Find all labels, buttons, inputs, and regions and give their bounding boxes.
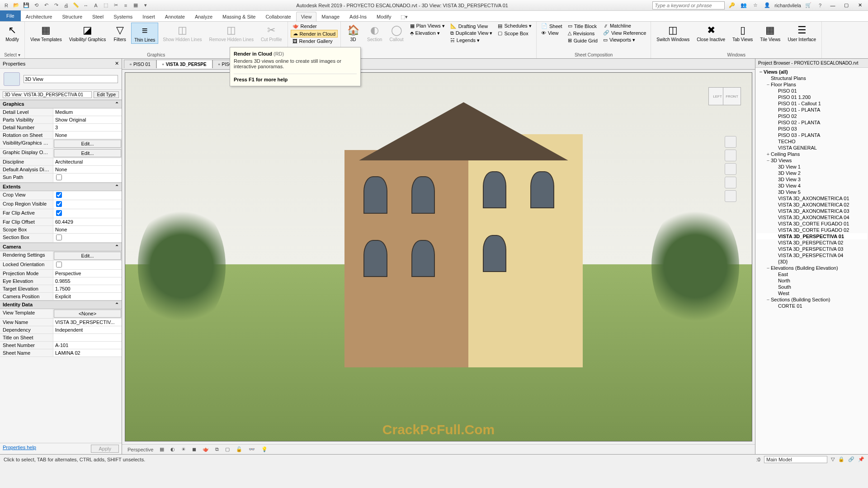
infocenter-icon[interactable]: 🔑: [727, 1, 736, 10]
legends-button[interactable]: ☵Legends ▾: [448, 37, 495, 44]
tree-node[interactable]: VISTA 3D_AXONOMETRICA 01: [756, 195, 867, 202]
save-icon[interactable]: 💾: [22, 1, 31, 10]
3d-view-button[interactable]: 🏠3D: [344, 23, 363, 43]
tree-node[interactable]: VISTA 3D_CORTE FUGADO 01: [756, 221, 867, 227]
tree-node[interactable]: VISTA GENERAL: [756, 145, 867, 151]
tab-analyze[interactable]: Analyze: [190, 12, 217, 21]
scale-control[interactable]: Perspective: [126, 447, 155, 452]
elevation-button[interactable]: ⬘Elevation ▾: [408, 30, 447, 37]
tab-architecture[interactable]: Architecture: [21, 12, 57, 21]
tree-node[interactable]: −3D Views: [756, 157, 867, 164]
select-pinned-icon[interactable]: 📌: [858, 456, 864, 462]
duplicate-view-button[interactable]: ⧉Duplicate View ▾: [448, 30, 495, 37]
guide-grid-button[interactable]: ⊞Guide Grid: [566, 37, 599, 44]
3d-icon[interactable]: ⬚: [101, 1, 110, 10]
remove-hidden-button[interactable]: ◫Remove Hidden Lines: [207, 23, 256, 43]
measure-icon[interactable]: 📏: [71, 1, 80, 10]
tree-node[interactable]: −Floor Plans: [756, 81, 867, 88]
view-templates-button[interactable]: ▦View Templates: [28, 23, 65, 43]
property-value[interactable]: [53, 234, 122, 242]
close-inactive-button[interactable]: ✖Close Inactive: [694, 23, 728, 43]
tree-node[interactable]: −Sections (Building Section): [756, 296, 867, 303]
open-icon[interactable]: 📂: [12, 1, 21, 10]
property-value[interactable]: Architectural: [53, 158, 122, 165]
type-selector[interactable]: 3D View: [0, 69, 122, 90]
tree-node[interactable]: {3D}: [756, 258, 867, 265]
tree-node[interactable]: TECHO: [756, 138, 867, 145]
crop-icon[interactable]: ⧉: [213, 446, 221, 452]
tree-node[interactable]: 3D View 2: [756, 170, 867, 176]
file-tab[interactable]: File: [0, 10, 21, 21]
close-properties-icon[interactable]: ✕: [115, 61, 119, 66]
help-icon[interactable]: ?: [816, 1, 825, 10]
tab-manage[interactable]: Manage: [316, 12, 344, 21]
minimize-button[interactable]: —: [827, 1, 838, 10]
visibility-graphics-button[interactable]: ◪Visibility/ Graphics: [66, 23, 109, 43]
tab-systems[interactable]: Systems: [108, 12, 137, 21]
property-value[interactable]: Show Original: [53, 116, 122, 123]
select-links-icon[interactable]: 🔗: [848, 456, 854, 462]
modify-button[interactable]: ↖ Modify: [3, 23, 22, 43]
viewports-button[interactable]: ▭Viewports ▾: [601, 37, 648, 43]
switch-icon[interactable]: ▾: [141, 1, 150, 10]
tree-node[interactable]: East: [756, 271, 867, 277]
property-checkbox[interactable]: [56, 192, 62, 198]
tab-modify[interactable]: Modify: [372, 12, 396, 21]
property-value[interactable]: Edit...: [54, 252, 121, 260]
type-dropdown[interactable]: 3D View: [24, 75, 118, 83]
tile-views-button[interactable]: ▦Tile Views: [757, 23, 783, 43]
property-value[interactable]: 3: [53, 124, 122, 131]
tab-annotate[interactable]: Annotate: [160, 12, 190, 21]
tree-node[interactable]: VISTA 3D_AXONOMETRICA 02: [756, 202, 867, 208]
property-value[interactable]: Edit...: [54, 140, 121, 148]
tree-node[interactable]: VISTA 3D_CORTE FUGADO 02: [756, 227, 867, 233]
property-value[interactable]: [53, 261, 122, 269]
tree-expander[interactable]: −: [765, 82, 771, 87]
viewcube[interactable]: LEFT FRONT: [707, 82, 743, 109]
property-value[interactable]: Medium: [53, 108, 122, 116]
property-value[interactable]: Perspective: [53, 270, 122, 277]
tree-node[interactable]: VISTA 3D_PERSPECTIVA 02: [756, 239, 867, 246]
cut-profile-button[interactable]: ✂Cut Profile: [258, 23, 285, 43]
sunpath-icon[interactable]: ☀: [179, 446, 188, 452]
tree-node[interactable]: 3D View 4: [756, 183, 867, 189]
tree-node[interactable]: North: [756, 277, 867, 284]
tree-node[interactable]: +Ceiling Plans: [756, 151, 867, 157]
tree-node[interactable]: −Views (all): [756, 69, 867, 75]
property-value[interactable]: None: [53, 166, 122, 173]
tab-view[interactable]: View: [296, 12, 317, 21]
tab-massing-site[interactable]: Massing & Site: [217, 12, 260, 21]
property-value[interactable]: 1.7500: [53, 285, 122, 292]
property-value[interactable]: 60.4429: [53, 218, 122, 225]
tree-expander[interactable]: +: [765, 151, 771, 157]
nav-pan-icon[interactable]: [725, 163, 736, 175]
nav-orbit-icon[interactable]: [725, 190, 736, 202]
render-button[interactable]: 🫖Render: [291, 23, 338, 29]
apply-button[interactable]: Apply: [91, 445, 119, 453]
nav-home-icon[interactable]: [725, 136, 736, 148]
signin-icon[interactable]: 👤: [763, 1, 772, 10]
tree-expander[interactable]: −: [765, 297, 771, 302]
property-value[interactable]: None: [53, 131, 122, 139]
property-value[interactable]: None: [53, 226, 122, 233]
revisions-button[interactable]: △Revisions: [566, 30, 599, 37]
tree-node[interactable]: VISTA 3D_PERSPECTIVA 03: [756, 246, 867, 252]
property-value[interactable]: [53, 200, 122, 209]
property-value[interactable]: A-101: [53, 342, 122, 349]
redo-icon[interactable]: ↷: [52, 1, 61, 10]
filters-button[interactable]: ▽Filters: [110, 23, 129, 43]
tree-node[interactable]: PISO 01 - PLANTA: [756, 107, 867, 113]
tree-expander[interactable]: −: [765, 265, 771, 271]
tree-expander[interactable]: −: [765, 158, 771, 163]
maximize-button[interactable]: ▢: [841, 1, 852, 10]
property-checkbox[interactable]: [56, 174, 62, 180]
3d-viewport[interactable]: LEFT FRONT CrackPcFull.Com: [125, 72, 752, 441]
switch-windows-button[interactable]: ◫Switch Windows: [654, 23, 692, 43]
detail-level-icon[interactable]: ▦: [158, 446, 166, 452]
schedules-button[interactable]: ▤Schedules ▾: [496, 23, 533, 29]
thin-lines-icon[interactable]: ≡: [121, 1, 130, 10]
unlock-icon[interactable]: 🔓: [234, 446, 244, 452]
tree-node[interactable]: CORTE 01: [756, 303, 867, 309]
tab-structure[interactable]: Structure: [57, 12, 87, 21]
tree-node[interactable]: PISO 02 - PLANTA: [756, 119, 867, 126]
